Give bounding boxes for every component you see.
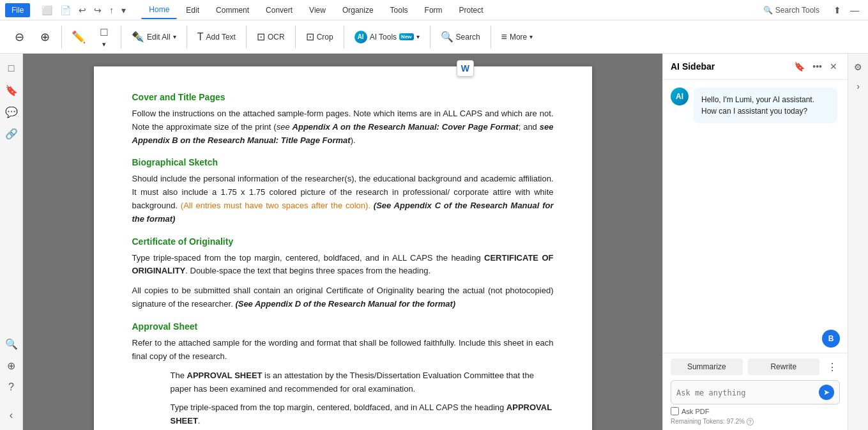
separator-1 [61, 26, 62, 49]
redo-icon-btn[interactable]: ↪ [91, 4, 104, 17]
ai-action-buttons: Summarize Rewrite ⋮ [671, 358, 840, 375]
tab-tools[interactable]: Tools [383, 1, 416, 19]
tab-convert[interactable]: Convert [258, 1, 300, 19]
tab-protect[interactable]: Protect [452, 1, 491, 19]
zoom-in-button[interactable]: ⊕ [33, 22, 56, 52]
paragraph-approval: Refer to the attached sample for the wor… [132, 337, 554, 364]
ai-bottom-area: Summarize Rewrite ⋮ ➤ Ask PDF Remaining … [663, 353, 848, 430]
new-icon-btn[interactable]: ⬜ [39, 4, 55, 17]
nav-tabs: Home Edit Comment Convert View Organize … [141, 1, 758, 19]
ai-tools-button[interactable]: AI AI Tools New ▾ [349, 26, 425, 49]
ask-pdf-checkbox[interactable] [671, 407, 679, 415]
search-tools-label: Search Tools [775, 6, 819, 15]
window-controls: ⬆ — [830, 4, 863, 17]
dropdown-icon-btn[interactable]: ▾ [119, 4, 128, 17]
search-panel-btn[interactable]: 🔍 [2, 334, 21, 353]
rewrite-button[interactable]: Rewrite [748, 358, 820, 375]
action-more-btn[interactable]: ⋮ [825, 360, 840, 374]
right-nav-btn[interactable]: › [850, 78, 867, 95]
ask-pdf-text: Ask PDF [681, 408, 709, 415]
separator-5 [295, 26, 296, 49]
highlight-button[interactable]: ✏️ [67, 22, 90, 52]
tab-home[interactable]: Home [141, 1, 177, 19]
title-bar-left: File ⬜ 📄 ↩ ↪ ↑ ▾ [5, 3, 128, 17]
lumi-avatar: AI [671, 88, 689, 105]
chat-action-row: B [663, 330, 848, 353]
shapes-icon: □ [101, 26, 108, 39]
add-text-icon: T [197, 31, 204, 43]
tab-view[interactable]: View [301, 1, 333, 19]
ask-pdf-label: Ask PDF [671, 407, 709, 415]
search-button[interactable]: 🔍 Search [436, 26, 485, 49]
indented-block-2: Type triple-spaced from the top margin, … [171, 401, 554, 428]
share-icon-btn[interactable]: ↑ [107, 4, 116, 17]
open-icon-btn[interactable]: 📄 [57, 4, 73, 17]
ai-message-row-1: AI Hello, I'm Lumi, your AI assistant. H… [671, 88, 840, 123]
ai-tools-dropdown: ▾ [416, 33, 420, 40]
ai-tools-label: AI Tools [370, 33, 397, 42]
search-tools-button[interactable]: 🔍 Search Tools [758, 4, 825, 16]
ai-sidebar: AI Sidebar 🔖 ••• ✕ AI Hello, I'm Lumi, y… [662, 54, 848, 430]
help-btn[interactable]: ? [2, 378, 21, 397]
question-icon[interactable]: ? [747, 418, 754, 426]
ai-chat-input[interactable] [676, 388, 815, 400]
nav-left-arrow[interactable]: ‹ [2, 406, 21, 425]
crop-label: Crop [317, 33, 333, 42]
doc-area-wrapper: Cover and Title Pages Follow the instruc… [23, 54, 662, 430]
tab-form[interactable]: Form [417, 1, 450, 19]
minimize-btn[interactable]: — [846, 4, 863, 17]
send-icon: ➤ [823, 388, 830, 397]
ocr-button[interactable]: ⊡ OCR [252, 26, 290, 49]
word-icon-btn[interactable]: W [457, 60, 474, 77]
left-sidebar: □ 🔖 💬 🔗 🔍 ⊕ ? ‹ [0, 54, 23, 430]
paragraph-cert-1: Type triple-spaced from the top margin, … [132, 252, 554, 279]
page-thumbnail-btn[interactable]: □ [2, 59, 21, 78]
section-title-approval: Approval Sheet [132, 321, 554, 332]
right-settings-btn[interactable]: ⚙ [850, 59, 867, 75]
ocr-label: OCR [268, 33, 285, 42]
tab-organize[interactable]: Organize [335, 1, 381, 19]
zoom-out-button[interactable]: ⊖ [8, 22, 31, 52]
link-btn[interactable]: 🔗 [2, 124, 21, 143]
comment-panel-btn[interactable]: 💬 [2, 102, 21, 121]
summarize-button[interactable]: Summarize [671, 358, 743, 375]
crop-button[interactable]: ⊡ Crop [301, 26, 339, 49]
crop-icon: ⊡ [306, 31, 314, 43]
upload-btn[interactable]: ⬆ [830, 4, 845, 17]
title-icons: ⬜ 📄 ↩ ↪ ↑ ▾ [39, 4, 128, 17]
ai-close-btn[interactable]: ✕ [827, 60, 840, 73]
bookmark-btn[interactable]: 🔖 [2, 81, 21, 100]
user-avatar-btn[interactable]: B [822, 330, 840, 348]
more-dropdown: ▾ [529, 33, 533, 40]
ai-send-button[interactable]: ➤ [819, 385, 834, 400]
paragraph-cert-2: All copies to be submitted shall contain… [132, 284, 554, 311]
separator-7 [430, 26, 430, 49]
shapes-button[interactable]: □ ▾ [93, 22, 116, 52]
orange-text: All entries must have two spaces after t… [183, 201, 365, 210]
shapes-dropdown: ▾ [102, 40, 106, 49]
ai-message-bubble: Hello, I'm Lumi, your AI assistant. How … [694, 88, 837, 123]
edit-all-button[interactable]: ✒️ Edit All ▾ [126, 26, 181, 49]
remaining-tokens: Remaining Tokens: 97.2% ? [671, 418, 840, 425]
indented-block-1: The APPROVAL SHEET is an attestation by … [171, 369, 554, 396]
tab-comment[interactable]: Comment [208, 1, 257, 19]
section-title-bio: Biographical Sketch [132, 157, 554, 167]
title-bar-right: 🔍 Search Tools ⬆ — [758, 4, 863, 17]
layers-btn[interactable]: ⊕ [2, 356, 21, 375]
ai-tools-icon: AI [354, 31, 367, 43]
ai-bookmark-btn[interactable]: 🔖 [791, 60, 807, 73]
zoom-in-icon: ⊕ [40, 30, 50, 44]
toolbar: ⊖ ⊕ ✏️ □ ▾ ✒️ Edit All ▾ T Add Text ⊡ OC… [0, 20, 868, 54]
file-button[interactable]: File [5, 3, 30, 17]
search-icon: 🔍 [441, 31, 453, 43]
more-icon: ≡ [501, 31, 507, 43]
ai-more-btn[interactable]: ••• [810, 60, 825, 73]
edit-all-label: Edit All [147, 33, 171, 42]
tokens-text: Remaining Tokens: 97.2% [671, 418, 745, 425]
more-button[interactable]: ≡ More ▾ [496, 26, 538, 49]
separator-8 [491, 26, 491, 49]
tab-edit[interactable]: Edit [178, 1, 207, 19]
add-text-button[interactable]: T Add Text [192, 26, 241, 49]
ai-header-icons: 🔖 ••• ✕ [791, 60, 840, 73]
undo-icon-btn[interactable]: ↩ [76, 4, 89, 17]
